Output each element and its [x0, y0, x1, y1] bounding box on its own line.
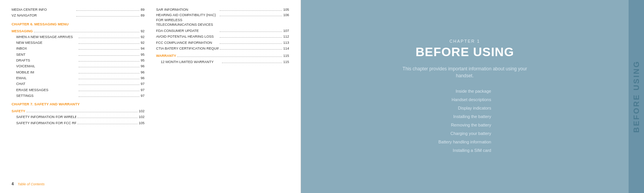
- toc-page-num: 95: [141, 58, 145, 63]
- toc-section-messaging: MESSAGING 92: [12, 27, 145, 34]
- toc-page-num: 105: [139, 120, 145, 126]
- toc-page-num: 106: [283, 13, 289, 18]
- toc-entry-title: WHEN A NEW MESSAGE ARRIVES: [16, 34, 77, 40]
- right-panel: CHAPTER 1 BEFORE USING This chapter prov…: [301, 0, 644, 193]
- col2-entries: SAR INFORMATION105HEARING AID COMPATIBIL…: [156, 7, 289, 52]
- toc-dots: [220, 43, 282, 44]
- toc-dots: [79, 49, 140, 50]
- toc-entry-title: AVOID POTENTIAL HEARING LOSS: [156, 34, 219, 40]
- list-item: Installing the battery: [439, 112, 491, 121]
- list-item: NEW MESSAGE92: [12, 40, 145, 46]
- toc-entry-title: VOICEMAIL: [16, 63, 77, 69]
- chapter6-items: WHEN A NEW MESSAGE ARRIVES92NEW MESSAGE9…: [12, 34, 145, 99]
- chapter-title: BEFORE USING: [415, 45, 514, 59]
- toc-page-num: 115: [283, 59, 289, 65]
- toc-dots: [220, 10, 282, 11]
- toc-dots: [79, 79, 140, 79]
- list-item: ERASE MESSAGES97: [12, 87, 145, 93]
- toc-entry-title: EMAIL: [16, 75, 77, 81]
- toc-dots: [79, 73, 140, 73]
- chapter-label: CHAPTER 1: [449, 39, 480, 43]
- toc-entry-title: CTIA BATERY CERTIFICATION REQUIREMENTS: [156, 46, 219, 52]
- toc-entry-title: MEDIA CENTER INFO: [12, 7, 75, 13]
- toc-page-num: 95: [141, 52, 145, 58]
- list-item: SAFETY INFORMATION FOR WIRELESS HANDHELD…: [12, 114, 145, 120]
- list-item: FDA CONSUMER UPDATE107: [156, 28, 289, 34]
- page-number: 4: [12, 182, 14, 186]
- toc-page-num: 94: [141, 46, 145, 52]
- list-item: VOICEMAIL96: [12, 63, 145, 69]
- list-item: Charging your battery: [439, 129, 491, 138]
- toc-entry-title: 12 MONTH LIMITED WARRANTY: [161, 59, 221, 65]
- list-item: Installing a SIM card: [439, 146, 491, 155]
- section-title: SAFETY: [12, 108, 25, 114]
- toc-page-num: 97: [141, 87, 145, 93]
- toc-dots: [79, 43, 140, 44]
- toc-entry-media-center: MEDIA CENTER INFO 89: [12, 7, 145, 13]
- list-item: WHEN A NEW MESSAGE ARRIVES92: [12, 34, 145, 40]
- vertical-text-wrapper: BEFORE USING: [629, 0, 644, 193]
- toc-entry-vz-navigator: VZ NAVIGATOR 89: [12, 13, 145, 18]
- toc-page-num: 96: [141, 75, 145, 81]
- list-item: CHAT97: [12, 81, 145, 87]
- toc-dots: [27, 112, 138, 112]
- toc-dots: [79, 91, 140, 91]
- toc-dots: [220, 49, 282, 50]
- toc-entry-title: FCC COMPLIANCE INFORMATION: [156, 40, 219, 46]
- toc-column-2: SAR INFORMATION105HEARING AID COMPATIBIL…: [156, 7, 289, 179]
- left-panel: MEDIA CENTER INFO 89 VZ NAVIGATOR 89 CHA…: [0, 0, 301, 193]
- toc-dots: [79, 96, 140, 97]
- toc-page-num: 97: [141, 93, 145, 99]
- list-item: MOBILE IM96: [12, 70, 145, 75]
- list-item: FCC COMPLIANCE INFORMATION113: [156, 40, 289, 46]
- toc-column-1: MEDIA CENTER INFO 89 VZ NAVIGATOR 89 CHA…: [12, 7, 145, 179]
- list-item: HEARING AID COMPATIBILITY (HAC) FOR WIRE…: [156, 13, 289, 27]
- toc-dots: [79, 55, 140, 56]
- toc-dots: [76, 16, 140, 17]
- list-item: INBOX94: [12, 46, 145, 52]
- toc-entry-title: INBOX: [16, 46, 77, 52]
- list-item: SAFETY INFORMATION FOR FCC RF EXPOSURE10…: [12, 120, 145, 126]
- section-title: WARRANTY: [156, 53, 176, 59]
- toc-dots: [77, 124, 138, 124]
- toc-entry-title: CHAT: [16, 81, 77, 87]
- toc-page-num: 105: [283, 7, 289, 13]
- chapter-topics-list: Inside the packageHandset descriptionsDi…: [439, 87, 491, 155]
- chapter7-heading: CHAPTER 7. SAFETY AND WARRANTY: [12, 102, 145, 106]
- toc-page-num: 92: [141, 28, 145, 34]
- footer-label: Table of Contents: [18, 182, 45, 186]
- list-item: SAR INFORMATION105: [156, 7, 289, 13]
- toc-entry-title: VZ NAVIGATOR: [12, 13, 75, 18]
- toc-dots: [79, 85, 140, 85]
- toc-section-warranty: WARRANTY 115: [156, 52, 289, 59]
- toc-page-num: 92: [141, 34, 145, 40]
- chapter6-heading: CHAPTER 6. MESSAGING MENU: [12, 22, 145, 26]
- list-item: CTIA BATERY CERTIFICATION REQUIREMENTS11…: [156, 46, 289, 52]
- toc-dots: [220, 37, 282, 38]
- toc-entry-title: SENT: [16, 52, 77, 58]
- toc-page-num: 115: [283, 53, 289, 59]
- toc-dots: [79, 67, 140, 67]
- toc-entry-title: NEW MESSAGE: [16, 40, 77, 46]
- toc-entry-title: SAFETY INFORMATION FOR WIRELESS HANDHELD…: [16, 114, 76, 120]
- chapter-description: This chapter provides important informat…: [403, 65, 527, 79]
- list-item: AVOID POTENTIAL HEARING LOSS112: [156, 34, 289, 40]
- toc-page-num: 96: [141, 63, 145, 69]
- toc-dots: [77, 118, 138, 118]
- toc-entry-title: SAFETY INFORMATION FOR FCC RF EXPOSURE: [16, 120, 76, 126]
- warranty-items: 12 MONTH LIMITED WARRANTY115: [156, 59, 289, 65]
- toc-entry-title: MOBILE IM: [16, 70, 77, 75]
- toc-entry-title: ERASE MESSAGES: [16, 87, 77, 93]
- toc-entry-title: FDA CONSUMER UPDATE: [156, 28, 219, 34]
- toc-page-num: 97: [141, 81, 145, 87]
- toc-dots: [177, 57, 282, 57]
- chapter-intro: CHAPTER 1 BEFORE USING This chapter prov…: [301, 0, 629, 193]
- toc-dots: [79, 38, 140, 38]
- toc-section-safety: SAFETY 102: [12, 107, 145, 114]
- toc-columns: MEDIA CENTER INFO 89 VZ NAVIGATOR 89 CHA…: [12, 7, 289, 179]
- toc-page-num: 107: [283, 28, 289, 34]
- list-item: 12 MONTH LIMITED WARRANTY115: [156, 59, 289, 65]
- chapter7-items: SAFETY INFORMATION FOR WIRELESS HANDHELD…: [12, 114, 145, 126]
- toc-dots: [79, 61, 140, 62]
- list-item: EMAIL96: [12, 75, 145, 81]
